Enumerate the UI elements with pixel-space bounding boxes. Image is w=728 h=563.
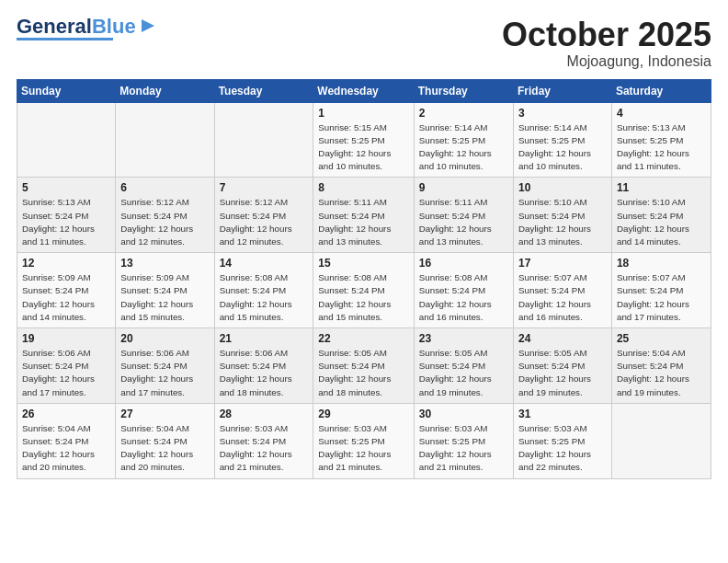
calendar-cell: 11Sunrise: 5:10 AMSunset: 5:24 PMDayligh… [611, 178, 711, 253]
day-info: Sunrise: 5:04 AMSunset: 5:24 PMDaylight:… [617, 347, 706, 399]
day-info: Sunrise: 5:06 AMSunset: 5:24 PMDaylight:… [22, 347, 110, 399]
day-number: 8 [318, 181, 408, 194]
calendar-week-row: 1Sunrise: 5:15 AMSunset: 5:25 PMDaylight… [17, 102, 711, 178]
calendar-cell: 12Sunrise: 5:09 AMSunset: 5:24 PMDayligh… [17, 253, 116, 328]
weekday-header-friday: Friday [514, 79, 612, 102]
day-info: Sunrise: 5:06 AMSunset: 5:24 PMDaylight:… [220, 347, 309, 399]
logo-underline [17, 38, 113, 40]
calendar-table: SundayMondayTuesdayWednesdayThursdayFrid… [17, 79, 711, 479]
day-info: Sunrise: 5:13 AMSunset: 5:24 PMDaylight:… [22, 196, 110, 248]
day-number: 14 [220, 257, 309, 270]
day-number: 18 [617, 257, 706, 270]
day-number: 17 [518, 257, 607, 270]
weekday-header-thursday: Thursday [414, 79, 513, 102]
calendar-cell: 20Sunrise: 5:06 AMSunset: 5:24 PMDayligh… [116, 328, 214, 404]
day-number: 5 [22, 181, 110, 194]
location: Mojoagung, Indonesia [502, 53, 711, 70]
day-info: Sunrise: 5:07 AMSunset: 5:24 PMDaylight:… [617, 271, 706, 324]
day-info: Sunrise: 5:04 AMSunset: 5:24 PMDaylight:… [120, 422, 209, 475]
day-number: 6 [120, 181, 209, 194]
day-number: 13 [120, 257, 209, 270]
calendar-cell: 27Sunrise: 5:04 AMSunset: 5:24 PMDayligh… [116, 403, 214, 478]
day-number: 29 [318, 408, 408, 420]
calendar-cell: 31Sunrise: 5:03 AMSunset: 5:25 PMDayligh… [514, 403, 612, 478]
day-number: 1 [318, 107, 408, 120]
day-number: 24 [518, 332, 607, 345]
day-info: Sunrise: 5:07 AMSunset: 5:24 PMDaylight:… [518, 271, 607, 324]
day-info: Sunrise: 5:03 AMSunset: 5:24 PMDaylight:… [220, 422, 309, 475]
day-number: 7 [220, 181, 309, 194]
day-number: 21 [220, 332, 309, 345]
weekday-header-sunday: Sunday [17, 79, 116, 102]
day-info: Sunrise: 5:06 AMSunset: 5:24 PMDaylight:… [120, 347, 209, 399]
calendar-cell: 16Sunrise: 5:08 AMSunset: 5:24 PMDayligh… [414, 253, 513, 328]
day-info: Sunrise: 5:03 AMSunset: 5:25 PMDaylight:… [318, 422, 408, 475]
calendar-cell: 30Sunrise: 5:03 AMSunset: 5:25 PMDayligh… [414, 403, 513, 478]
weekday-header-saturday: Saturday [611, 79, 711, 102]
calendar-cell: 10Sunrise: 5:10 AMSunset: 5:24 PMDayligh… [514, 178, 612, 253]
day-info: Sunrise: 5:10 AMSunset: 5:24 PMDaylight:… [617, 196, 706, 248]
day-info: Sunrise: 5:04 AMSunset: 5:24 PMDaylight:… [22, 422, 110, 475]
day-number: 19 [22, 332, 110, 345]
svg-marker-0 [142, 19, 154, 32]
day-info: Sunrise: 5:13 AMSunset: 5:25 PMDaylight:… [617, 121, 706, 174]
calendar-cell: 28Sunrise: 5:03 AMSunset: 5:24 PMDayligh… [214, 403, 313, 478]
day-number: 16 [419, 257, 508, 270]
calendar-cell: 14Sunrise: 5:08 AMSunset: 5:24 PMDayligh… [214, 253, 313, 328]
calendar-cell: 23Sunrise: 5:05 AMSunset: 5:24 PMDayligh… [414, 328, 513, 404]
title-block: October 2025 Mojoagung, Indonesia [502, 17, 711, 70]
calendar-cell: 2Sunrise: 5:14 AMSunset: 5:25 PMDaylight… [414, 102, 513, 178]
logo-text: GeneralBlue [17, 17, 136, 37]
calendar-cell: 6Sunrise: 5:12 AMSunset: 5:24 PMDaylight… [116, 178, 214, 253]
day-number: 22 [318, 332, 408, 345]
day-info: Sunrise: 5:03 AMSunset: 5:25 PMDaylight:… [518, 422, 607, 475]
calendar-cell: 26Sunrise: 5:04 AMSunset: 5:24 PMDayligh… [17, 403, 116, 478]
calendar-cell: 29Sunrise: 5:03 AMSunset: 5:25 PMDayligh… [313, 403, 414, 478]
logo-arrow-icon [138, 16, 158, 36]
day-info: Sunrise: 5:09 AMSunset: 5:24 PMDaylight:… [22, 271, 110, 324]
day-number: 31 [518, 408, 607, 420]
day-info: Sunrise: 5:05 AMSunset: 5:24 PMDaylight:… [518, 347, 607, 399]
calendar-cell: 8Sunrise: 5:11 AMSunset: 5:24 PMDaylight… [313, 178, 414, 253]
day-info: Sunrise: 5:08 AMSunset: 5:24 PMDaylight:… [318, 271, 408, 324]
day-info: Sunrise: 5:09 AMSunset: 5:24 PMDaylight:… [120, 271, 209, 324]
day-number: 12 [22, 257, 110, 270]
day-number: 25 [617, 332, 706, 345]
day-info: Sunrise: 5:08 AMSunset: 5:24 PMDaylight:… [419, 271, 508, 324]
calendar-week-row: 12Sunrise: 5:09 AMSunset: 5:24 PMDayligh… [17, 253, 711, 328]
calendar-header-row: SundayMondayTuesdayWednesdayThursdayFrid… [17, 79, 711, 102]
calendar-page: GeneralBlue October 2025 Mojoagung, Indo… [0, 0, 728, 563]
calendar-cell: 25Sunrise: 5:04 AMSunset: 5:24 PMDayligh… [611, 328, 711, 404]
day-number: 2 [419, 107, 508, 120]
day-info: Sunrise: 5:05 AMSunset: 5:24 PMDaylight:… [318, 347, 408, 399]
calendar-cell: 5Sunrise: 5:13 AMSunset: 5:24 PMDaylight… [17, 178, 116, 253]
calendar-cell: 7Sunrise: 5:12 AMSunset: 5:24 PMDaylight… [214, 178, 313, 253]
calendar-cell [214, 102, 313, 178]
day-info: Sunrise: 5:05 AMSunset: 5:24 PMDaylight:… [419, 347, 508, 399]
calendar-cell: 3Sunrise: 5:14 AMSunset: 5:25 PMDaylight… [514, 102, 612, 178]
day-info: Sunrise: 5:14 AMSunset: 5:25 PMDaylight:… [419, 121, 508, 174]
calendar-cell: 9Sunrise: 5:11 AMSunset: 5:24 PMDaylight… [414, 178, 513, 253]
weekday-header-tuesday: Tuesday [214, 79, 313, 102]
day-number: 20 [120, 332, 209, 345]
day-number: 27 [120, 408, 209, 420]
day-info: Sunrise: 5:12 AMSunset: 5:24 PMDaylight:… [120, 196, 209, 248]
day-number: 4 [617, 107, 706, 120]
calendar-cell: 1Sunrise: 5:15 AMSunset: 5:25 PMDaylight… [313, 102, 414, 178]
weekday-header-wednesday: Wednesday [313, 79, 414, 102]
day-info: Sunrise: 5:11 AMSunset: 5:24 PMDaylight:… [419, 196, 508, 248]
calendar-week-row: 26Sunrise: 5:04 AMSunset: 5:24 PMDayligh… [17, 403, 711, 478]
weekday-header-monday: Monday [116, 79, 214, 102]
day-info: Sunrise: 5:15 AMSunset: 5:25 PMDaylight:… [318, 121, 408, 174]
day-number: 28 [220, 408, 309, 420]
day-info: Sunrise: 5:14 AMSunset: 5:25 PMDaylight:… [518, 121, 607, 174]
day-info: Sunrise: 5:03 AMSunset: 5:25 PMDaylight:… [419, 422, 508, 475]
calendar-cell: 4Sunrise: 5:13 AMSunset: 5:25 PMDaylight… [611, 102, 711, 178]
calendar-cell: 24Sunrise: 5:05 AMSunset: 5:24 PMDayligh… [514, 328, 612, 404]
day-number: 11 [617, 181, 706, 194]
calendar-week-row: 19Sunrise: 5:06 AMSunset: 5:24 PMDayligh… [17, 328, 711, 404]
day-info: Sunrise: 5:08 AMSunset: 5:24 PMDaylight:… [220, 271, 309, 324]
page-header: GeneralBlue October 2025 Mojoagung, Indo… [17, 17, 711, 70]
day-info: Sunrise: 5:10 AMSunset: 5:24 PMDaylight:… [518, 196, 607, 248]
day-number: 15 [318, 257, 408, 270]
